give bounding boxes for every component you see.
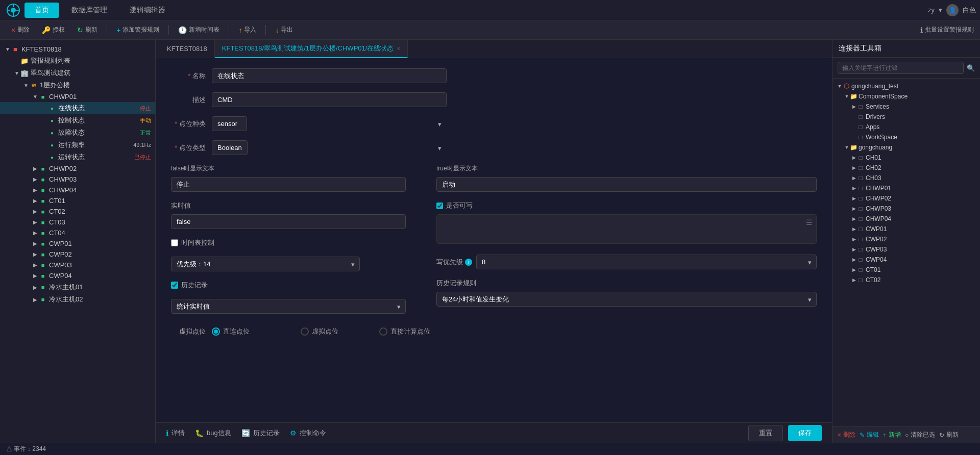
rp-clear-btn[interactable]: ○ 清除已选 bbox=[905, 431, 935, 439]
rp-edit-btn[interactable]: ✎ 编辑 bbox=[860, 431, 879, 439]
history-label: 历史记录 bbox=[181, 281, 208, 290]
rpt-label-ch02: CH02 bbox=[866, 164, 881, 171]
radio-virtual[interactable]: 虚拟点位 bbox=[301, 327, 338, 336]
tree-item-chwp03[interactable]: ▶ ■ CHWP03 bbox=[0, 174, 155, 185]
tree-item-ct04[interactable]: ▶ ■ CT04 bbox=[0, 228, 155, 238]
search-icon[interactable]: 🔍 bbox=[967, 64, 975, 72]
priority-select[interactable]: 优先级：14 优先级：10 优先级：8 优先级：16 bbox=[171, 257, 360, 271]
rpt-item-r-chwp04[interactable]: ▶ □ CHWP04 bbox=[832, 214, 980, 224]
rpt-item-ch03[interactable]: ▶ □ CH03 bbox=[832, 173, 980, 183]
tree-item-cwp02[interactable]: ▶ ■ CWP02 bbox=[0, 249, 155, 260]
rpt-item-drivers[interactable]: □ Drivers bbox=[832, 112, 980, 122]
form-row-point-type: 点位种类 sensor actuator calc ▾ bbox=[171, 116, 817, 131]
tree-item-freq[interactable]: ● 运行频率 49.1Hz bbox=[0, 139, 155, 151]
point-type-select[interactable]: sensor actuator calc bbox=[212, 116, 247, 131]
rpt-item-r-cwp03[interactable]: ▶ □ CWP03 bbox=[832, 244, 980, 255]
realtime-input[interactable] bbox=[171, 214, 406, 229]
tab-detail-label: KFTEST0818/翠鸟测试建筑/1层办公楼/CHWP01/在线状态 bbox=[222, 44, 394, 53]
toolbar-add-rule-btn[interactable]: + 添加警报规则 bbox=[111, 23, 164, 36]
writable-textarea[interactable] bbox=[436, 214, 817, 244]
toolbar-export-btn[interactable]: ↓ 导出 bbox=[270, 23, 298, 36]
radio-direct[interactable]: 直连点位 bbox=[212, 327, 250, 336]
tab-close-btn[interactable]: × bbox=[397, 45, 400, 52]
reset-button[interactable]: 重置 bbox=[748, 425, 783, 441]
history-checkbox[interactable] bbox=[171, 282, 178, 289]
tree-item-ct02[interactable]: ▶ ■ CT02 bbox=[0, 206, 155, 217]
save-button[interactable]: 保存 bbox=[788, 425, 822, 441]
name-input[interactable] bbox=[212, 68, 447, 83]
rpt-item-r-cwp02[interactable]: ▶ □ CWP02 bbox=[832, 234, 980, 244]
nav-tab-db[interactable]: 数据库管理 bbox=[61, 3, 117, 18]
bottom-tab-history[interactable]: 🔄 历史记录 bbox=[241, 428, 280, 438]
true-text-input[interactable] bbox=[436, 177, 817, 192]
nav-tab-home[interactable]: 首页 bbox=[24, 3, 59, 18]
rpt-arrow-r-chwp03: ▶ bbox=[851, 206, 857, 211]
tree-item-ctrl-status[interactable]: ● 控制状态 手动 bbox=[0, 114, 155, 127]
history-type-select[interactable]: 统计实时值 统计平均值 统计最大值 统计最小值 bbox=[171, 299, 406, 314]
tree-item-fault[interactable]: ● 故障状态 正常 bbox=[0, 127, 155, 139]
rp-add-btn[interactable]: + 新增 bbox=[883, 431, 901, 439]
rpt-item-r-cwp01[interactable]: ▶ □ CWP01 bbox=[832, 224, 980, 234]
rpt-folder-icon-ch02: □ bbox=[857, 164, 864, 171]
nav-dropdown-icon[interactable]: ▾ bbox=[939, 6, 942, 14]
right-panel-search-input[interactable] bbox=[838, 62, 964, 74]
tree-item-root[interactable]: ▼ ■ KFTEST0818 bbox=[0, 44, 155, 55]
tree-item-cwp03[interactable]: ▶ ■ CWP03 bbox=[0, 260, 155, 270]
rpt-item-gctest[interactable]: ▼ ⬡ gongchuang_test bbox=[832, 81, 980, 91]
rpt-item-r-chwp02[interactable]: ▶ □ CHWP02 bbox=[832, 193, 980, 204]
tree-item-run-status[interactable]: ● 运转状态 已停止 bbox=[0, 151, 155, 163]
tree-item-alarm-list[interactable]: 📁 警报规则列表 bbox=[0, 55, 155, 67]
tree-item-building[interactable]: ▼ 🏢 翠鸟测试建筑 bbox=[0, 67, 155, 79]
false-text-input[interactable] bbox=[171, 177, 406, 192]
toolbar-delete-btn[interactable]: × 删除 bbox=[6, 23, 35, 36]
bottom-tab-control[interactable]: ⚙ 控制命令 bbox=[290, 428, 326, 438]
tree-item-ct03[interactable]: ▶ ■ CT03 bbox=[0, 217, 155, 228]
bottom-tab-bug[interactable]: 🐛 bug信息 bbox=[195, 428, 231, 438]
rpt-folder-icon-r-chwp03: □ bbox=[857, 205, 864, 212]
rpt-item-apps[interactable]: □ Apps bbox=[832, 122, 980, 132]
rp-delete-btn[interactable]: × 删除 bbox=[838, 431, 855, 439]
tree-item-ct01[interactable]: ▶ ■ CT01 bbox=[0, 195, 155, 206]
tab-bar: KFTEST0818 KFTEST0818/翠鸟测试建筑/1层办公楼/CHWP0… bbox=[156, 40, 832, 58]
rpt-item-ch01[interactable]: ▶ □ CH01 bbox=[832, 153, 980, 163]
history-rule-select[interactable]: 每24小时和值发生变化 每小时和值发生变化 每分钟和值发生变化 bbox=[436, 292, 817, 307]
tree-item-cwp04[interactable]: ▶ ■ CWP04 bbox=[0, 270, 155, 281]
tab-root[interactable]: KFTEST0818 bbox=[160, 40, 215, 58]
writable-checkbox[interactable] bbox=[436, 203, 443, 209]
tree-item-chwp02[interactable]: ▶ ■ CHWP02 bbox=[0, 163, 155, 174]
right-connector-panel: 连接器工具箱 🔍 ▼ ⬡ gongchuang_test ▼ 📁 Compone… bbox=[832, 40, 980, 443]
tree-item-chiller01[interactable]: ▶ ■ 冷水主机01 bbox=[0, 281, 155, 293]
rp-refresh-btn[interactable]: ↻ 刷新 bbox=[939, 431, 959, 439]
rp-refresh-label: 刷新 bbox=[946, 431, 959, 439]
tree-item-chiller02[interactable]: ▶ ■ 冷水主机02 bbox=[0, 293, 155, 306]
rpt-item-compspace[interactable]: ▼ 📁 ComponentSpace bbox=[832, 91, 980, 102]
rpt-item-gongchuang[interactable]: ▼ 📁 gongchuang bbox=[832, 142, 980, 153]
tree-item-cwp01[interactable]: ▶ ■ CWP01 bbox=[0, 238, 155, 249]
bottom-tab-details[interactable]: ℹ 详情 bbox=[166, 428, 185, 438]
toolbar-auth-btn[interactable]: 🔑 授权 bbox=[37, 23, 70, 36]
rpt-item-r-cwp04[interactable]: ▶ □ CWP04 bbox=[832, 255, 980, 265]
toolbar-import-btn[interactable]: ↑ 导入 bbox=[233, 23, 261, 36]
rpt-item-r-ct01[interactable]: ▶ □ CT01 bbox=[832, 265, 980, 275]
toolbar-refresh-btn[interactable]: ↻ 刷新 bbox=[72, 23, 103, 36]
schedule-checkbox[interactable] bbox=[171, 239, 178, 246]
rpt-item-workspace[interactable]: □ WorkSpace bbox=[832, 132, 980, 142]
rpt-item-ch02[interactable]: ▶ □ CH02 bbox=[832, 163, 980, 173]
desc-input[interactable] bbox=[212, 92, 447, 107]
tree-item-online-status[interactable]: ● 在线状态 停止 bbox=[0, 102, 155, 114]
point-class-select[interactable]: Boolean Integer Float String bbox=[212, 140, 248, 155]
tab-detail[interactable]: KFTEST0818/翠鸟测试建筑/1层办公楼/CHWP01/在线状态 × bbox=[215, 40, 408, 58]
tree-item-floor[interactable]: ▼ ≋ 1层办公楼 bbox=[0, 79, 155, 91]
radio-calc[interactable]: 直接计算点位 bbox=[379, 327, 430, 336]
tree-item-chwp01[interactable]: ▼ ■ CHWP01 bbox=[0, 91, 155, 102]
toolbar-schedule-btn[interactable]: 🕐 新增时间表 bbox=[173, 23, 225, 36]
toolbar-batch-rule-btn[interactable]: ℹ 批量设置警报规则 bbox=[920, 26, 974, 34]
tree-item-chwp04[interactable]: ▶ ■ CHWP04 bbox=[0, 185, 155, 195]
rpt-item-r-chwp01[interactable]: ▶ □ CHWP01 bbox=[832, 183, 980, 193]
write-priority-select[interactable]: 8 10 12 14 bbox=[476, 255, 817, 269]
rpt-db-icon: ⬡ bbox=[843, 82, 850, 90]
rpt-item-r-ct02[interactable]: ▶ □ CT02 bbox=[832, 275, 980, 285]
rpt-item-services[interactable]: ▶ □ Services bbox=[832, 102, 980, 112]
rpt-item-r-chwp03[interactable]: ▶ □ CHWP03 bbox=[832, 204, 980, 214]
nav-tab-logic[interactable]: 逻辑编辑器 bbox=[119, 3, 176, 18]
